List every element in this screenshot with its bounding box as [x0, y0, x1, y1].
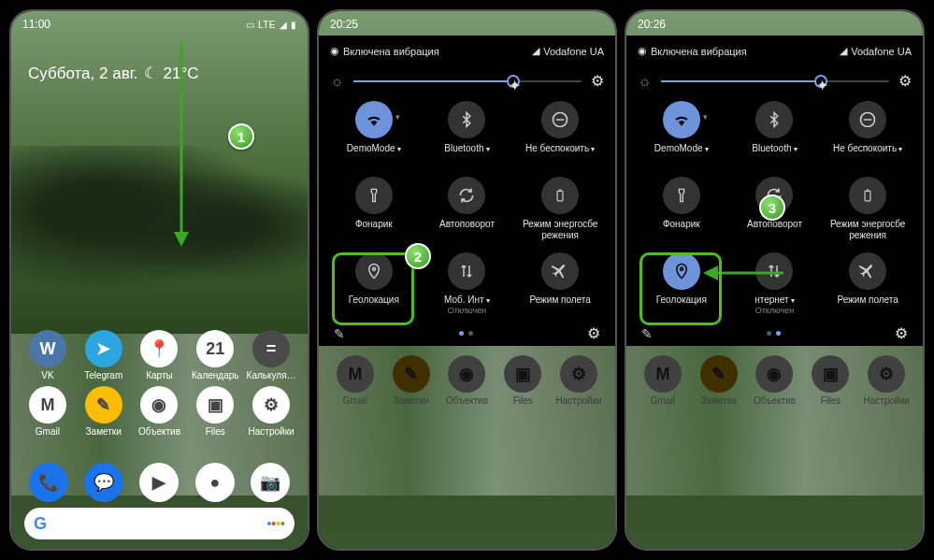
app-icon: ⚙: [868, 355, 905, 393]
app-label: Заметки: [701, 395, 737, 406]
app-label: Настройки: [249, 426, 295, 437]
rotate-icon: [448, 177, 485, 214]
tile-battery[interactable]: Режим энергосбережения: [824, 177, 912, 241]
edit-tiles-icon[interactable]: ✎: [334, 326, 345, 341]
app-VK[interactable]: WVK: [21, 330, 75, 381]
tile-airplane[interactable]: Режим полета: [516, 252, 604, 317]
tile-airplane[interactable]: Режим полета: [824, 252, 912, 317]
app-Files[interactable]: ▣Files: [188, 386, 242, 437]
tile-bluetooth[interactable]: Bluetooth: [731, 101, 819, 165]
app-label: Gmail: [343, 395, 367, 406]
app-icon: ●: [195, 463, 235, 502]
app-Telegram[interactable]: ➤Telegram: [77, 330, 131, 381]
edit-tiles-icon[interactable]: ✎: [641, 326, 653, 341]
app-Настройки[interactable]: ⚙Настройки: [859, 355, 913, 406]
vibration-status[interactable]: ◉ Включена вибрация: [638, 45, 747, 57]
app-Калькуля…[interactable]: =Калькуля…: [244, 330, 298, 381]
settings-icon[interactable]: ⚙: [587, 324, 600, 342]
tile-dnd[interactable]: Не беспокоить: [516, 101, 604, 165]
flashlight-icon: [355, 177, 393, 214]
tile-label: Режим энергосбережения: [830, 219, 906, 241]
svg-marker-13: [703, 266, 718, 280]
tile-flashlight[interactable]: Фонарик: [330, 177, 418, 241]
app-dock[interactable]: ▶: [139, 463, 179, 502]
settings-icon[interactable]: ⚙: [895, 324, 908, 342]
tile-label: Моб. ИнтОтключен: [444, 294, 490, 317]
weather-widget[interactable]: Суббота, 2 авг. ☾ 21°C: [11, 37, 308, 83]
tile-dnd[interactable]: Не беспокоить: [824, 101, 912, 165]
app-Files[interactable]: ▣Files: [496, 355, 550, 406]
battery-icon: [541, 177, 579, 214]
app-label: Заметки: [86, 426, 122, 437]
wifi-icon: ▾: [663, 101, 700, 138]
app-Карты[interactable]: 📍Карты: [133, 330, 187, 381]
app-Настройки[interactable]: ⚙Настройки: [552, 355, 606, 406]
app-dock[interactable]: 📞: [29, 463, 68, 502]
qs-footer: ✎ ⚙: [638, 324, 912, 342]
slider-track[interactable]: ✦: [661, 80, 889, 82]
slider-track[interactable]: ✦: [353, 80, 582, 82]
tile-location[interactable]: Геолокация: [330, 252, 418, 317]
flashlight-icon: [663, 177, 700, 214]
slider-thumb[interactable]: ✦: [814, 75, 827, 88]
app-icon: M: [337, 355, 374, 393]
app-Заметки[interactable]: ✎Заметки: [77, 386, 131, 437]
tile-flashlight[interactable]: Фонарик: [638, 177, 726, 241]
app-Gmail[interactable]: MGmail: [21, 386, 75, 437]
airplane-icon: [849, 252, 886, 290]
app-Календарь[interactable]: 21Календарь: [188, 330, 242, 381]
app-Объектив[interactable]: ◉Объектив: [440, 355, 495, 406]
app-label: Gmail: [651, 395, 675, 406]
app-label: Объектив: [446, 395, 488, 406]
search-bar[interactable]: G ••••: [24, 508, 295, 539]
weather-date: Суббота, 2 авг.: [28, 65, 138, 83]
app-Заметки[interactable]: ✎Заметки: [692, 355, 746, 406]
brightness-slider[interactable]: ☼ ✦ ⚙: [330, 72, 604, 90]
app-icon: ◉: [448, 355, 485, 393]
tile-wifi[interactable]: ▾DemoMode: [638, 101, 726, 165]
vibration-icon: ◉: [330, 45, 339, 57]
app-icon: 📷: [251, 463, 290, 502]
annotation-badge-2: 2: [405, 243, 431, 269]
brightness-settings-icon[interactable]: ⚙: [898, 72, 912, 90]
status-icons: ▭ LTE ◢ ▮: [246, 20, 296, 30]
location-icon: [663, 252, 700, 290]
tile-label: Автоповорот: [439, 219, 495, 241]
app-Объектив[interactable]: ◉Объектив: [133, 386, 187, 437]
tile-data[interactable]: Моб. ИнтОтключен: [424, 252, 511, 317]
slider-thumb[interactable]: ✦: [507, 75, 520, 88]
brightness-settings-icon[interactable]: ⚙: [591, 72, 604, 90]
app-Gmail[interactable]: MGmail: [328, 355, 382, 406]
tile-wifi[interactable]: ▾DemoMode: [330, 101, 418, 165]
app-Объектив[interactable]: ◉Объектив: [748, 355, 802, 406]
vibration-status[interactable]: ◉ Включена вибрация: [330, 45, 439, 57]
app-label: Files: [821, 395, 841, 406]
app-Gmail[interactable]: MGmail: [636, 355, 690, 406]
app-icon: ▶: [139, 463, 179, 502]
phone-qs-off: 20:25 ◉ Включена вибрация ◢ Vodafone UA …: [317, 9, 617, 551]
brightness-slider[interactable]: ☼ ✦ ⚙: [638, 72, 912, 90]
tile-label: Bluetooth: [444, 143, 490, 165]
signal-icon: ◢: [532, 45, 539, 57]
vibration-icon: ◉: [638, 45, 647, 57]
app-icon: W: [29, 330, 66, 367]
app-dock[interactable]: 💬: [84, 463, 123, 502]
tile-rotate[interactable]: Автоповорот: [424, 177, 511, 241]
dnd-icon: [849, 101, 886, 138]
tile-battery[interactable]: Режим энергосбережения: [516, 177, 604, 241]
assistant-icon[interactable]: ••••: [266, 516, 285, 531]
lte-label: LTE: [258, 20, 276, 30]
app-dock[interactable]: ●: [195, 463, 235, 502]
tile-label: Bluetooth: [752, 143, 797, 165]
google-logo-icon: G: [34, 514, 47, 534]
app-Заметки[interactable]: ✎Заметки: [384, 355, 438, 406]
app-icon: 📍: [140, 330, 178, 367]
carrier-label: ◢ Vodafone UA: [840, 45, 912, 57]
app-Files[interactable]: ▣Files: [803, 355, 857, 406]
app-dock[interactable]: 📷: [251, 463, 290, 502]
app-icon: ◉: [140, 386, 178, 424]
tile-bluetooth[interactable]: Bluetooth: [424, 101, 511, 165]
app-label: Объектив: [138, 426, 180, 437]
app-Настройки[interactable]: ⚙Настройки: [244, 386, 298, 437]
app-label: Карты: [146, 370, 173, 381]
